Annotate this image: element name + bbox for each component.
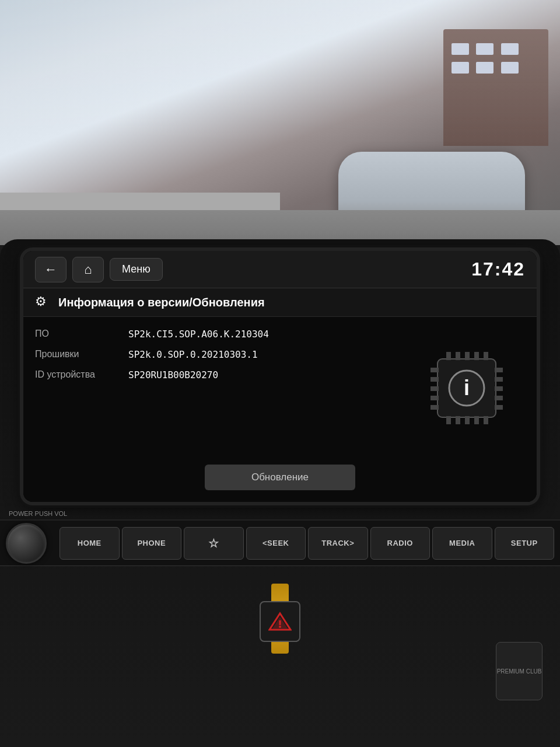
sidewalk (0, 193, 280, 210)
physical-buttons-row: POWER PUSH VOL HOMEPHONE☆<SEEKTRACK>RADI… (0, 519, 560, 566)
info-value: SP2k.CI5.SOP.A06.K.210304 (128, 329, 269, 340)
back-button[interactable]: ← (35, 257, 66, 282)
svg-rect-2 (456, 352, 460, 360)
svg-rect-19 (495, 396, 503, 400)
svg-rect-15 (430, 405, 439, 410)
infotainment-screen: ← ⌂ Меню 17:42 ⚙ Информация о версии/Обн… (23, 251, 537, 502)
svg-point-26 (279, 626, 281, 628)
info-table: ПОSP2k.CI5.SOP.A06.K.210304ПрошивкиSP2k.… (35, 329, 397, 447)
svg-rect-3 (465, 352, 470, 360)
volume-knob[interactable] (6, 523, 47, 564)
svg-rect-9 (474, 416, 479, 424)
brand-label: PREMIUM CLUB (497, 668, 542, 675)
building-window (476, 62, 494, 74)
physical-button-home[interactable]: HOME (60, 527, 120, 560)
svg-rect-13 (430, 386, 439, 391)
info-value: SP2k.0.SOP.0.20210303.1 (128, 349, 258, 360)
svg-rect-1 (446, 352, 451, 360)
physical-button-track[interactable]: TRACK> (308, 527, 368, 560)
building-windows (449, 41, 542, 78)
building-window (452, 62, 469, 74)
physical-button-[interactable]: ☆ (184, 527, 244, 560)
svg-rect-12 (430, 377, 439, 382)
svg-rect-11 (430, 368, 439, 372)
right-accessory-panel: PREMIUM CLUB (496, 642, 542, 700)
info-row: ПрошивкиSP2k.0.SOP.0.20210303.1 (35, 349, 397, 360)
hazard-button[interactable] (260, 601, 300, 642)
dashboard: ← ⌂ Меню 17:42 ⚙ Информация о версии/Обн… (0, 239, 560, 747)
update-button[interactable]: Обновление (205, 465, 355, 490)
building-window (476, 43, 494, 55)
vol-label: POWER PUSH VOL (9, 510, 67, 517)
update-area: Обновление (23, 459, 537, 502)
screen-bezel: ← ⌂ Меню 17:42 ⚙ Информация о версии/Обн… (23, 251, 537, 502)
parked-car (338, 152, 525, 233)
svg-rect-16 (495, 368, 503, 372)
building-window (452, 43, 469, 55)
building-window (501, 43, 519, 55)
svg-rect-10 (484, 416, 488, 424)
physical-button-phone[interactable]: PHONE (122, 527, 182, 560)
svg-rect-7 (456, 416, 460, 424)
info-label: ПО (35, 329, 128, 339)
chip-svg: i (420, 341, 513, 435)
home-button[interactable]: ⌂ (72, 257, 104, 282)
info-label: ID устройства (35, 369, 128, 380)
building-window (501, 62, 519, 74)
building-background (443, 29, 548, 146)
windshield-background (0, 0, 560, 245)
svg-rect-18 (495, 386, 503, 391)
vol-wrapper: POWER PUSH VOL (6, 523, 51, 564)
menu-button[interactable]: Меню (110, 258, 163, 281)
info-row: ID устройстваSP20RU1B00B20270 (35, 369, 397, 381)
svg-text:i: i (464, 376, 470, 400)
title-bar: ⚙ Информация о версии/Обновления (23, 288, 537, 317)
info-content-area: ПОSP2k.CI5.SOP.A06.K.210304ПрошивкиSP2k.… (23, 317, 537, 459)
clock-display: 17:42 (471, 259, 525, 280)
info-label: Прошивки (35, 349, 128, 359)
top-nav-bar: ← ⌂ Меню 17:42 (23, 251, 537, 288)
svg-rect-6 (446, 416, 451, 424)
physical-button-setup[interactable]: SETUP (495, 527, 555, 560)
hazard-icon (268, 611, 292, 632)
svg-rect-14 (430, 396, 439, 400)
svg-rect-17 (495, 377, 503, 382)
svg-rect-20 (495, 405, 503, 410)
physical-button-radio[interactable]: RADIO (370, 527, 430, 560)
chip-graphic: i (408, 329, 525, 447)
physical-button-seek[interactable]: <SEEK (246, 527, 306, 560)
page-title: Информация о версии/Обновления (58, 296, 265, 309)
svg-rect-5 (484, 352, 488, 360)
physical-button-media[interactable]: MEDIA (432, 527, 492, 560)
svg-rect-8 (465, 416, 470, 424)
settings-icon: ⚙ (35, 294, 51, 310)
info-row: ПОSP2k.CI5.SOP.A06.K.210304 (35, 329, 397, 340)
svg-rect-4 (474, 352, 479, 360)
info-value: SP20RU1B00B20270 (128, 369, 218, 381)
